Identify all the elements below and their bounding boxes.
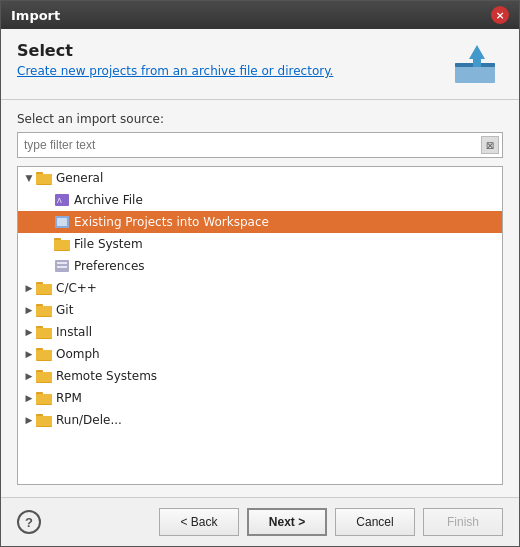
folder-icon-install [36, 324, 52, 340]
svg-rect-13 [54, 240, 70, 250]
tree-item-preferences-label: Preferences [74, 259, 145, 273]
tree-item-archive-file[interactable]: Λ Archive File [18, 189, 502, 211]
tree-item-remote-label: Remote Systems [56, 369, 157, 383]
bottom-bar: ? < Back Next > Cancel Finish [1, 497, 519, 546]
arrow-cpp [22, 281, 36, 295]
folder-icon-rundelegate [36, 412, 52, 428]
folder-icon-remote [36, 368, 52, 384]
tree-item-file-system[interactable]: File System [18, 233, 502, 255]
svg-rect-16 [57, 266, 67, 268]
import-window: Import × Select Create new projects from… [0, 0, 520, 547]
help-button[interactable]: ? [17, 510, 41, 534]
description-suffix: or directory. [258, 64, 334, 78]
tree-item-install[interactable]: Install [18, 321, 502, 343]
next-button[interactable]: Next > [247, 508, 327, 536]
page-title: Select [17, 41, 333, 60]
separator [1, 99, 519, 100]
tree-item-oomph-label: Oomph [56, 347, 100, 361]
tree-item-existing-label: Existing Projects into Workspace [74, 215, 269, 229]
plugin-icon-existing [54, 214, 70, 230]
tree-item-preferences[interactable]: Preferences [18, 255, 502, 277]
description-link[interactable]: file [239, 64, 257, 78]
svg-rect-6 [36, 174, 52, 184]
clear-icon: ⊠ [486, 140, 494, 151]
svg-rect-34 [36, 394, 52, 404]
window-title: Import [11, 8, 60, 23]
svg-rect-31 [36, 372, 52, 382]
folder-icon-filesystem [54, 236, 70, 252]
title-bar: Import × [1, 1, 519, 29]
filter-clear-button[interactable]: ⊠ [481, 136, 499, 154]
svg-rect-25 [36, 328, 52, 338]
arrow-oomph [22, 347, 36, 361]
finish-button[interactable]: Finish [423, 508, 503, 536]
svg-text:Λ: Λ [57, 197, 62, 204]
tree-item-filesystem-label: File System [74, 237, 143, 251]
folder-icon-cpp [36, 280, 52, 296]
tree-item-oomph[interactable]: Oomph [18, 343, 502, 365]
tree-item-rundelegate[interactable]: Run/Dele... [18, 409, 502, 431]
tree-item-cpp-label: C/C++ [56, 281, 97, 295]
close-button[interactable]: × [491, 6, 509, 24]
icon-preferences [54, 258, 70, 274]
import-icon [451, 43, 503, 87]
tree-item-git[interactable]: Git [18, 299, 502, 321]
dialog-content: Select Create new projects from an archi… [1, 29, 519, 497]
filter-label: Select an import source: [17, 112, 503, 126]
tree-item-rpm[interactable]: RPM [18, 387, 502, 409]
folder-icon-oomph [36, 346, 52, 362]
action-buttons: < Back Next > Cancel Finish [159, 508, 503, 536]
arrow-install [22, 325, 36, 339]
plugin-icon-archive: Λ [54, 192, 70, 208]
svg-rect-37 [36, 416, 52, 426]
arrow-remote [22, 369, 36, 383]
tree-item-rpm-label: RPM [56, 391, 82, 405]
description-prefix: Create new projects from an archive [17, 64, 239, 78]
svg-rect-10 [57, 218, 67, 226]
filter-input-wrapper: ⊠ [17, 132, 503, 158]
tree-item-archive-label: Archive File [74, 193, 143, 207]
page-description: Create new projects from an archive file… [17, 64, 333, 78]
tree-item-git-label: Git [56, 303, 73, 317]
arrow-rundelegate [22, 413, 36, 427]
filter-input[interactable] [17, 132, 503, 158]
header-section: Select Create new projects from an archi… [17, 41, 503, 87]
svg-rect-15 [57, 262, 67, 264]
tree-item-install-label: Install [56, 325, 92, 339]
svg-rect-22 [36, 306, 52, 316]
folder-icon-rpm [36, 390, 52, 406]
svg-rect-28 [36, 350, 52, 360]
header-text: Select Create new projects from an archi… [17, 41, 333, 78]
folder-icon-general [36, 170, 52, 186]
tree-item-existing-projects[interactable]: Existing Projects into Workspace [18, 211, 502, 233]
arrow-rpm [22, 391, 36, 405]
folder-icon-git [36, 302, 52, 318]
cancel-button[interactable]: Cancel [335, 508, 415, 536]
tree-item-general-label: General [56, 171, 103, 185]
back-button[interactable]: < Back [159, 508, 239, 536]
tree-item-general[interactable]: General [18, 167, 502, 189]
tree-item-rundelegate-label: Run/Dele... [56, 413, 122, 427]
arrow-general [22, 171, 36, 185]
tree-item-cpp[interactable]: C/C++ [18, 277, 502, 299]
svg-rect-19 [36, 284, 52, 294]
tree-item-remote-systems[interactable]: Remote Systems [18, 365, 502, 387]
tree-container[interactable]: General Λ Archive File Existing Projects… [17, 166, 503, 485]
arrow-git [22, 303, 36, 317]
